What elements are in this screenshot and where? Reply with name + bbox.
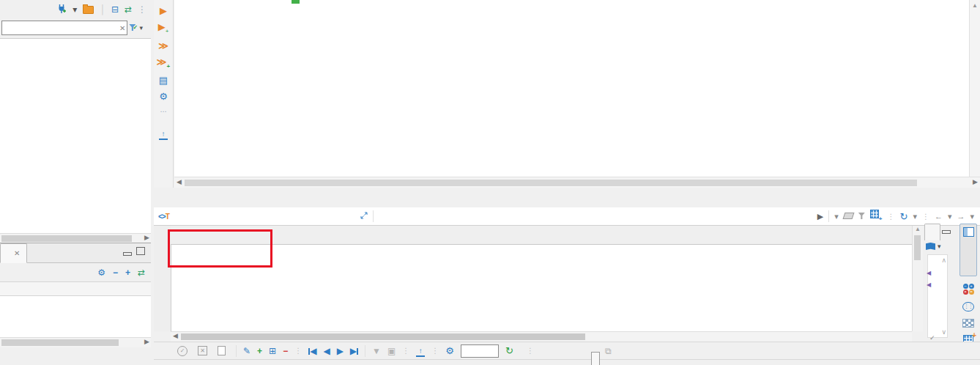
fetch-next-icon[interactable]: ▼ (372, 346, 381, 356)
panels-toggle-button[interactable] (959, 224, 977, 276)
project-panel: ✕ ⚙ − + ⇄ ▶ (0, 243, 151, 365)
value-panel-tab[interactable] (924, 224, 940, 240)
scroll-right-icon[interactable]: ▶ (973, 178, 978, 185)
save-button[interactable]: ✓ (177, 346, 191, 356)
project-item-list (0, 296, 151, 337)
dropdown-icon[interactable]: ▾ (948, 212, 952, 221)
panels-icon (963, 227, 974, 237)
settings-gear-icon[interactable]: ⚙ (97, 268, 105, 277)
value-format-icon[interactable] (926, 243, 935, 250)
calc-panel-icon[interactable]: −+ ×= (963, 284, 974, 295)
link-editor-icon[interactable]: ⇄ (138, 268, 145, 277)
value-viewer-panel: ▾ ∧ ∨ ◀ ◀ ✓ (923, 224, 952, 344)
dropdown-icon[interactable]: ▾ (913, 212, 917, 221)
link-editor-icon[interactable]: ⇄ (125, 5, 132, 14)
filter-icon[interactable] (858, 211, 865, 221)
toolbar-separator: │ (100, 4, 105, 15)
edit-cell-icon[interactable]: ✎ (243, 346, 250, 356)
dropdown-icon[interactable]: ▾ (73, 5, 77, 14)
scroll-right-icon[interactable]: ▶ (144, 234, 149, 241)
forward-icon[interactable]: → (957, 212, 965, 221)
dropdown-icon[interactable]: ▾ (970, 212, 976, 221)
chevron-up-icon[interactable]: ∧ (941, 257, 946, 264)
new-folder-icon[interactable] (83, 4, 94, 16)
grid-vscrollbar[interactable]: ▲ (912, 226, 923, 331)
filter-dropdown-icon[interactable]: ▾ (139, 25, 143, 32)
erase-filter-icon[interactable] (844, 211, 853, 221)
result-filter-bar: <>T ▶ ▾ + ⋮ ↻ ▾ ⋮ ← ▾ → ▾ (154, 207, 980, 226)
last-page-icon[interactable]: ▶ (350, 346, 358, 356)
refresh-icon[interactable]: ↻ (900, 211, 908, 222)
delete-row-icon[interactable]: − (283, 346, 288, 356)
execute-new-tab-icon[interactable]: ▶+ (158, 22, 169, 34)
refresh-icon[interactable]: ↻ (505, 345, 513, 356)
prev-page-icon[interactable]: ◀ (323, 346, 330, 356)
expand-icon[interactable]: + (125, 268, 130, 277)
scroll-right-icon[interactable]: ▶ (144, 338, 149, 345)
navigator-filter-input[interactable] (1, 21, 127, 35)
value-viewer-box[interactable]: ∧ ∨ ◀ ◀ ✓ (927, 254, 948, 338)
cancel-button[interactable]: ✕ (198, 346, 211, 355)
sql-editor[interactable] (174, 0, 980, 177)
back-icon[interactable]: ← (935, 212, 943, 221)
chevron-down-icon[interactable]: ∨ (941, 328, 946, 336)
minimize-icon[interactable] (123, 252, 132, 256)
apply-filter-icon[interactable]: ▶ (817, 212, 823, 221)
execute-script-new-icon[interactable]: ≫+ (157, 57, 170, 70)
minimize-icon[interactable] (942, 230, 951, 234)
editor-vscrollbar[interactable]: ▲ (969, 0, 980, 177)
next-page-icon[interactable]: ▶ (337, 346, 344, 356)
close-icon[interactable]: ✕ (14, 249, 20, 257)
export-icon[interactable]: ↑ (159, 128, 168, 140)
marker-icon: ◀ (927, 281, 931, 288)
clipboard-icon: ⧉ (605, 346, 612, 356)
duplicate-row-icon[interactable]: ⊞ (269, 346, 276, 356)
cell-tooltip (591, 352, 600, 365)
settings-gear-icon[interactable]: ⚙ (445, 345, 454, 356)
scroll-left-icon[interactable]: ◀ (173, 332, 178, 339)
database-navigator-tree (0, 38, 151, 234)
navigator-toolbar: ▾ │ ⊟ ⇄ ⋮ (0, 0, 151, 19)
clear-filter-icon[interactable]: ✕ (119, 24, 125, 32)
marker-icon: ◀ (927, 270, 931, 276)
grouping-panel-icon[interactable]: ⋮⋮ (962, 302, 974, 311)
add-row-icon[interactable]: + (257, 346, 262, 356)
execute-script-icon[interactable]: ≫ (158, 41, 168, 51)
editor-toolbar: ▶ ▶+ ≫ ≫+ ▤ ⚙ ⋯ ↑ (154, 0, 174, 188)
collapse-icon[interactable]: − (113, 268, 118, 277)
project-hscrollbar[interactable]: ▶ (0, 337, 151, 347)
results-panel: <>T ▶ ▾ + ⋮ ↻ ▾ ⋮ ← ▾ → ▾ (154, 188, 980, 365)
tab-project-general[interactable]: ✕ (0, 243, 27, 263)
dropdown-icon[interactable]: ▾ (834, 212, 839, 221)
explain-plan-icon[interactable]: ▤ (159, 75, 168, 85)
editor-hscrollbar[interactable]: ◀ ▶ (174, 177, 980, 188)
maximize-icon[interactable] (136, 247, 145, 255)
fetch-size-input[interactable] (461, 344, 499, 358)
first-page-icon[interactable]: ◀ (308, 346, 316, 356)
add-column-filter-icon[interactable]: + (870, 210, 883, 222)
status-bar (154, 359, 980, 365)
settings-gear-icon[interactable]: ⚙ (159, 92, 168, 101)
annotation-highlight-box (168, 229, 272, 268)
grid-hscrollbar[interactable]: ◀ (171, 331, 912, 342)
filter-funnel-icon[interactable]: ✓ (129, 23, 136, 33)
execute-statement-icon[interactable]: ▶ (160, 6, 167, 15)
project-toolbar: ⚙ − + ⇄ (0, 263, 151, 281)
result-tabbar (154, 188, 980, 208)
overflow-dots-icon[interactable]: ⋮ (138, 5, 146, 14)
new-connection-icon[interactable] (56, 4, 67, 16)
export-resultset-icon[interactable]: ↑ (416, 345, 425, 357)
scroll-left-icon[interactable]: ◀ (177, 178, 182, 185)
dropdown-icon[interactable]: ▾ (938, 243, 941, 250)
result-grid[interactable] (171, 226, 912, 331)
metadata-panel-icon[interactable] (962, 319, 974, 328)
result-footer-toolbar: ✓ ✕ ✎ + ⊞ − ⋮ ◀ ◀ ▶ ▶ ▼ ▣ ⋮ ↑ ⋮ ⚙ ↻ ⋮ (154, 342, 980, 359)
check-icon: ✓ (929, 334, 935, 342)
collapse-all-icon[interactable]: ⊟ (111, 5, 119, 14)
script-button[interactable] (218, 346, 229, 355)
fetch-all-icon[interactable]: ▣ (387, 346, 396, 356)
navigator-hscrollbar[interactable]: ▶ (0, 233, 151, 243)
expand-filter-icon[interactable] (360, 211, 368, 221)
project-tabbar: ✕ (0, 243, 151, 263)
sql-text-icon: <>T (158, 211, 170, 221)
